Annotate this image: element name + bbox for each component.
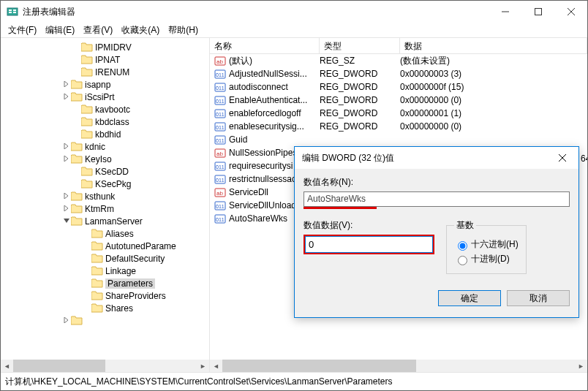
menu-view[interactable]: 查看(V): [79, 23, 117, 38]
col-name[interactable]: 名称: [210, 38, 320, 53]
dialog-titlebar[interactable]: 编辑 DWORD (32 位)值: [295, 147, 578, 169]
tree-item-label: Parameters: [105, 278, 155, 289]
tree-item[interactable]: kbdhid: [1, 128, 209, 140]
folder-icon: [91, 241, 103, 251]
tree-item[interactable]: Aliases: [1, 227, 209, 240]
svg-text:011: 011: [216, 99, 225, 104]
tree-item[interactable]: kdnic: [1, 140, 209, 153]
tree-item-label: KSecPkg: [95, 179, 131, 189]
tree-item[interactable]: ShareProviders: [1, 289, 209, 302]
base-group: 基数 十六进制(H) 十进制(D): [446, 219, 527, 274]
tree-twisty-icon[interactable]: [62, 80, 71, 88]
tree-twisty-icon[interactable]: [62, 155, 71, 163]
highlight-box-icon: [304, 235, 434, 254]
tree-twisty-icon[interactable]: [62, 192, 71, 200]
list-row[interactable]: 011enableforcedlogoffREG_DWORD0x00000001…: [210, 107, 587, 120]
tree-item[interactable]: kavbootc: [1, 103, 209, 115]
svg-rect-3: [13, 10, 16, 11]
svg-rect-6: [535, 9, 541, 15]
minimize-button[interactable]: [489, 1, 521, 23]
list-row[interactable]: 011Guid: [210, 133, 587, 146]
radio-dec-input[interactable]: [458, 256, 467, 265]
tree-item[interactable]: ksthunk: [1, 190, 209, 202]
value-name: Guid: [229, 134, 320, 145]
tree-item-label: DefaultSecurity: [105, 254, 165, 264]
radio-dec[interactable]: 十进制(D): [454, 253, 519, 265]
tree-item[interactable]: iScsiPrt: [1, 91, 209, 103]
tree-item[interactable]: Shares: [1, 302, 209, 314]
svg-text:011: 011: [216, 86, 225, 91]
tree-hscrollbar[interactable]: ◄ ►: [1, 360, 209, 372]
list-row[interactable]: 011enablesecuritysig...REG_DWORD0x000000…: [210, 120, 587, 133]
tree-item[interactable]: KeyIso: [1, 153, 209, 165]
list-row[interactable]: 011autodisconnectREG_DWORD0x0000000f (15…: [210, 80, 587, 94]
tree-item-label: IPNAT: [95, 55, 120, 65]
col-data[interactable]: 数据: [400, 38, 587, 53]
tree-item[interactable]: DefaultSecurity: [1, 252, 209, 265]
value-name-field: AutoShareWks: [304, 191, 570, 207]
value-name: enablesecuritysig...: [229, 121, 320, 132]
cancel-button[interactable]: 取消: [507, 290, 570, 306]
scroll-right-icon[interactable]: ►: [197, 360, 209, 372]
svg-text:011: 011: [216, 125, 225, 130]
tree-twisty-icon[interactable]: [62, 316, 71, 324]
svg-rect-1: [9, 10, 12, 11]
tree-twisty-icon[interactable]: [62, 143, 71, 151]
menu-help[interactable]: 帮助(H): [164, 23, 203, 38]
tree-twisty-icon[interactable]: [62, 93, 71, 101]
tree-item[interactable]: KtmRm: [1, 202, 209, 215]
radio-hex[interactable]: 十六进制(H): [454, 238, 519, 251]
list-row[interactable]: ab(默认)REG_SZ(数值未设置): [210, 54, 587, 67]
tree-item[interactable]: IRENUM: [1, 66, 209, 78]
tree-item-label: KSecDD: [95, 167, 129, 177]
menubar: 文件(F) 编辑(E) 查看(V) 收藏夹(A) 帮助(H): [1, 23, 587, 37]
folder-icon: [91, 229, 103, 239]
folder-icon: [71, 316, 83, 326]
tree-item[interactable]: isapnp: [1, 78, 209, 91]
tree-item[interactable]: LanmanServer: [1, 215, 209, 227]
folder-icon: [81, 42, 93, 53]
close-button[interactable]: [554, 1, 587, 23]
tree-item[interactable]: Linkage: [1, 265, 209, 277]
radio-hex-label: 十六进制(H): [471, 238, 519, 251]
tree-item[interactable]: IPMIDRV: [1, 41, 209, 53]
scroll-right-icon[interactable]: ►: [575, 360, 587, 372]
radio-hex-input[interactable]: [458, 241, 467, 251]
scroll-left-icon[interactable]: ◄: [1, 360, 13, 372]
value-name: autodisconnect: [229, 82, 320, 92]
list-hscrollbar[interactable]: ◄ ►: [210, 360, 587, 372]
scroll-left-icon[interactable]: ◄: [210, 360, 222, 372]
reg-dword-icon: 011: [214, 94, 226, 106]
maximize-button[interactable]: [521, 1, 554, 23]
list-header: 名称 类型 数据: [210, 38, 587, 54]
svg-text:011: 011: [216, 72, 225, 77]
reg-dword-icon: 011: [214, 213, 226, 224]
tree-twisty-icon[interactable]: [62, 205, 71, 213]
tree-item-label: kbdclass: [95, 117, 129, 127]
tree-item[interactable]: KSecDD: [1, 165, 209, 178]
tree-item[interactable]: Parameters: [1, 277, 209, 289]
value-name: EnableAuthenticat...: [229, 95, 320, 105]
tree-item[interactable]: IPNAT: [1, 53, 209, 66]
menu-file[interactable]: 文件(F): [4, 23, 41, 38]
ok-button[interactable]: 确定: [438, 290, 501, 306]
menu-favorites[interactable]: 收藏夹(A): [117, 23, 164, 38]
tree-item-label: AutotunedParame: [105, 241, 176, 251]
menu-edit[interactable]: 编辑(E): [41, 23, 79, 38]
tree-item-label: IPMIDRV: [95, 42, 132, 53]
tree-item[interactable]: [1, 314, 209, 327]
value-data-input[interactable]: [305, 236, 433, 253]
dialog-title: 编辑 DWORD (32 位)值: [302, 152, 548, 164]
list-row[interactable]: 011EnableAuthenticat...REG_DWORD0x000000…: [210, 94, 587, 107]
list-row[interactable]: 011AdjustedNullSessi...REG_DWORD0x000000…: [210, 67, 587, 80]
dialog-close-button[interactable]: [548, 147, 577, 169]
tree-item-label: kdnic: [85, 142, 105, 152]
tree-item-label: isapnp: [85, 80, 110, 90]
tree-twisty-icon[interactable]: [62, 217, 71, 225]
svg-text:011: 011: [216, 204, 225, 209]
tree-body[interactable]: IPMIDRVIPNATIRENUMisapnpiScsiPrtkavbootc…: [1, 38, 209, 360]
tree-item[interactable]: KSecPkg: [1, 178, 209, 190]
tree-item[interactable]: AutotunedParame: [1, 240, 209, 252]
tree-item[interactable]: kbdclass: [1, 115, 209, 128]
col-type[interactable]: 类型: [320, 38, 400, 53]
